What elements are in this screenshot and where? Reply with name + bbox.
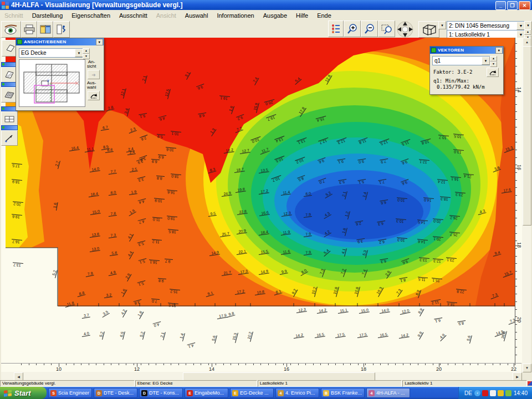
menu-item-ende[interactable]: Ende (313, 11, 336, 20)
vector-label: 1.8 (341, 227, 347, 236)
vektoren-panel-titlebar[interactable]: VEKTOREN ▾ (430, 47, 503, 54)
scroll-right-arrow-icon[interactable]: ▶ (513, 372, 522, 381)
tray-chevron-icon[interactable]: ‹ (474, 390, 480, 396)
values-button[interactable] (1, 111, 18, 127)
taskbar-task-folder[interactable]: BBSK Franke... (321, 388, 365, 398)
pencil-icon: E (232, 390, 238, 396)
zoom-in-button[interactable] (344, 21, 361, 37)
language-indicator[interactable]: DE (464, 390, 472, 396)
vector-label: 5.6 (211, 335, 217, 344)
vector-label: 11.5 (401, 139, 412, 147)
vector-label: 7.1 (378, 179, 387, 185)
menu-item-ansicht: Ansicht (152, 11, 181, 20)
pan-control[interactable] (395, 21, 416, 38)
vector-label: 18.4 (447, 301, 457, 307)
floorplan-icon: z (19, 60, 84, 105)
vector-label: 7.8 (85, 271, 94, 277)
window-title: 4H-ALFA - Visualisierung [Verwaltungsgeb… (11, 1, 182, 9)
taskbar-task-document[interactable]: EEingabeMo... (185, 388, 228, 398)
vectors-button[interactable] (1, 130, 18, 146)
visualization-eye-button[interactable] (1, 21, 21, 38)
vector-label: 15.1 (432, 278, 442, 283)
vector-label: 14.0 (89, 166, 100, 172)
zoom-out-button[interactable] (361, 21, 378, 37)
menu-item-eigenschaften[interactable]: Eigenschaften (67, 11, 115, 20)
vector-label: 4.2 (119, 308, 127, 318)
windows-button[interactable] (37, 21, 53, 38)
ansicht-panel-menu-icon[interactable]: ▾ (96, 39, 103, 45)
vector-label: 9.2 (290, 288, 298, 297)
vector-label: 15.3 (503, 145, 514, 153)
enrico-icon: 4 (278, 390, 284, 396)
vector-spinner[interactable]: ▲▼ (490, 56, 497, 67)
design-combobox[interactable]: 2: DIN 1045 Bemessung ▼ (447, 21, 526, 30)
start-button[interactable]: Start (0, 387, 47, 399)
menu-item-darstellung[interactable]: Darstellung (28, 11, 68, 20)
taskbar-task-console[interactable]: DDTE - Kons... (139, 388, 183, 398)
ebene-dropdown-value: EG Decke (21, 50, 47, 56)
horizontal-scroll-thumb[interactable] (183, 372, 375, 381)
vector-dropdown[interactable]: q1 ▼ (432, 56, 490, 65)
scroll-left-arrow-icon[interactable]: ◀ (14, 372, 23, 381)
vector-label: 12.3 (296, 307, 307, 313)
tray-star-green-icon[interactable] (505, 390, 511, 396)
print-button[interactable] (21, 21, 37, 38)
exit-button[interactable] (53, 21, 70, 38)
vector-dropdown-arrow-icon[interactable]: ▼ (482, 57, 490, 65)
taskbar-task-dte-desktop[interactable]: DDTE - Desk... (94, 388, 137, 398)
ansicht-apply-button[interactable]: ➜ (88, 70, 100, 79)
menu-item-informationen[interactable]: Informationen (212, 11, 258, 20)
vector-label: 5.2 (139, 331, 145, 340)
taskbar-task-scia[interactable]: SScia Engineer (48, 388, 92, 398)
vektoren-panel-menu-icon[interactable]: ▾ (495, 47, 503, 54)
vector-label: 5.1 (139, 113, 147, 119)
vector-label: 12.5 (163, 88, 171, 99)
vector-label: 20.0 (264, 99, 275, 106)
tray-app-white-icon[interactable] (490, 390, 496, 396)
taskbar-task-pencil[interactable]: EEG-Decke ... (230, 388, 274, 398)
view-3d-button[interactable] (418, 21, 439, 38)
view-3d-dropdown[interactable]: ▼ (438, 21, 446, 29)
vector-label: 18.9 (12, 179, 22, 185)
vector-label: 1.2 (344, 211, 350, 219)
vector-label: 16.7 (12, 239, 22, 244)
plan-preview[interactable]: z (19, 59, 85, 107)
scroll-up-arrow-icon[interactable]: ▲ (523, 38, 531, 47)
ruler-label: 16 (516, 165, 522, 170)
ruler-label: 20 (436, 366, 442, 372)
faktor-refresh-button[interactable] (487, 68, 499, 77)
menu-item-auswahl[interactable]: Auswahl (181, 11, 213, 20)
pan-compass-icon (395, 21, 416, 38)
scroll-down-arrow-icon[interactable]: ▼ (523, 364, 531, 372)
design-spinner[interactable]: ▼ (524, 21, 532, 30)
auswahl-button[interactable] (88, 91, 100, 100)
ruler-label: 22 (511, 366, 516, 372)
menu-item-hilfe[interactable]: Hilfe (291, 11, 313, 20)
taskbar-task-alfa[interactable]: 44H-ALFA - ... (366, 388, 410, 398)
vector-label: 13.1 (296, 137, 308, 145)
panel-vectors-titlebar[interactable] (1, 125, 18, 130)
vector-label: 10.3 (396, 218, 406, 224)
minimize-button[interactable]: _ (495, 1, 506, 10)
close-button[interactable]: ✕ (519, 1, 530, 10)
vector-label: 3.4 (123, 108, 130, 116)
vector-label: 5.1 (139, 258, 147, 265)
vertical-scroll-thumb[interactable] (523, 46, 531, 226)
ansicht-panel-titlebar[interactable]: ANSICHT/EBENEN ▾ (16, 38, 104, 45)
legend-button[interactable] (328, 21, 344, 37)
vector-label: 11.7 (259, 147, 270, 155)
vector-label: 2.9 (124, 272, 131, 282)
menu-item-ausschnitt[interactable]: Ausschnitt (115, 11, 152, 20)
menu-item-schnitt: Schnitt (0, 11, 28, 20)
restore-button[interactable]: ❐ (507, 1, 518, 10)
tray-media-red-icon[interactable] (482, 390, 488, 396)
ebene-spinner[interactable]: ▲▼ (83, 48, 90, 59)
ebene-dropdown-arrow-icon[interactable]: ▼ (75, 49, 83, 57)
zoom-window-button[interactable] (378, 21, 395, 37)
ebene-dropdown[interactable]: EG Decke ▼ (19, 48, 84, 58)
tray-brush-yellow-icon[interactable] (498, 390, 504, 396)
taskbar-task-enrico[interactable]: 44. Enrico Pi... (275, 388, 319, 398)
vector-label: 17.5 (335, 332, 346, 338)
vector-label: 17.2 (258, 188, 269, 195)
menu-item-ausgabe[interactable]: Ausgabe (259, 11, 291, 20)
